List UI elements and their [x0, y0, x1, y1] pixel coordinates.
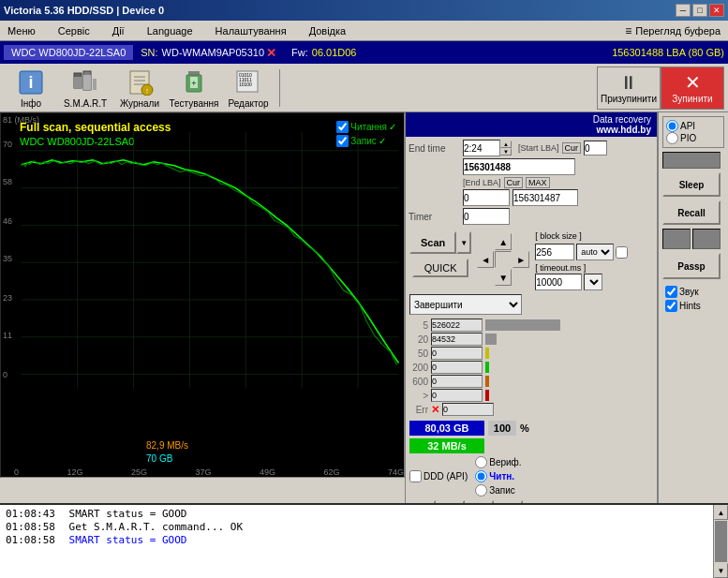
sound-checkbox[interactable] — [665, 286, 677, 298]
timeout-input[interactable] — [535, 274, 582, 290]
log-entry-1: 01:08:43 SMART status = GOOD — [6, 508, 707, 520]
editor-icon: 01010 11011 10100 — [233, 67, 263, 97]
block-size-auto-check[interactable] — [616, 246, 628, 259]
mode-indicator — [662, 152, 721, 169]
log-scrollbar: ▲ ▼ — [713, 505, 728, 578]
end-time-arrows[interactable]: ▲ ▼ — [500, 141, 512, 156]
scan-dropdown-button[interactable]: ▼ — [456, 231, 471, 254]
timeout-label: [ timeout.ms ] — [535, 263, 586, 273]
menu-item-buffer[interactable]: ≡ Перегляд буфера — [621, 23, 724, 38]
recall-button[interactable]: Recall — [662, 200, 721, 225]
stat-err-input[interactable] — [442, 403, 494, 416]
passp-button[interactable]: Passp — [662, 253, 721, 279]
pio-radio-label[interactable]: PIO — [666, 132, 721, 144]
write-radio-label[interactable]: Запис — [475, 484, 521, 496]
end-lba-input[interactable] — [463, 189, 510, 206]
cur-val-input[interactable] — [584, 141, 607, 156]
end-time-up[interactable]: ▲ — [500, 141, 512, 148]
svg-text:+: + — [191, 79, 196, 88]
minimize-button[interactable]: ─ — [676, 4, 691, 17]
end-time-spinbox[interactable]: ▲ ▼ — [463, 140, 512, 156]
testing-button[interactable]: + Тестування — [167, 67, 221, 110]
pio-radio[interactable] — [666, 132, 678, 144]
stat-row-5: 5 — [409, 319, 653, 332]
api-radio-label[interactable]: API — [666, 120, 721, 132]
stat-50-input[interactable] — [431, 347, 483, 360]
menu-bar: Меню Сервіс Дії Language Налаштування До… — [0, 21, 728, 41]
stat-gt-input[interactable] — [431, 389, 483, 402]
log-scroll-down[interactable]: ▼ — [714, 563, 728, 578]
menu-item-help[interactable]: Довідка — [305, 24, 350, 37]
arrow-left-button[interactable]: ◄ — [477, 251, 494, 268]
read-radio-label[interactable]: Читн. — [475, 470, 521, 482]
hints-checkbox[interactable] — [665, 300, 677, 312]
log-scroll-up[interactable]: ▲ — [714, 505, 728, 520]
ddd-checkbox-label[interactable]: DDD (API) — [409, 456, 468, 496]
hints-checkbox-label[interactable]: Hints — [665, 300, 721, 312]
end-lba-cur-tag: Cur — [504, 177, 524, 188]
stat-gt-bar — [485, 390, 489, 401]
log-scroll-thumb[interactable] — [715, 521, 727, 562]
verify-radio[interactable] — [475, 456, 487, 468]
maximize-button[interactable]: □ — [692, 4, 707, 17]
menu-item-language[interactable]: Language — [143, 24, 197, 37]
end-lba-max-tag: MAX — [526, 177, 550, 188]
stat-5-input[interactable] — [431, 319, 483, 332]
menu-item-menu[interactable]: Меню — [4, 24, 39, 37]
journals-button[interactable]: ↑ Журнали — [112, 67, 167, 110]
menu-item-settings[interactable]: Налаштування — [212, 24, 290, 37]
ddd-checkbox[interactable] — [409, 470, 422, 482]
menu-item-service[interactable]: Сервіс — [54, 24, 94, 37]
start-lba-input[interactable] — [463, 158, 575, 175]
svg-rect-6 — [93, 79, 97, 90]
drive-name[interactable]: WDC WD800JD-22LSA0 — [4, 45, 133, 60]
end-time-input[interactable] — [463, 140, 500, 156]
stop-icon: ✕ — [685, 71, 701, 94]
stat-600-input[interactable] — [431, 375, 483, 388]
stat-row-50: 50 — [409, 347, 653, 360]
arrow-right-button[interactable]: ► — [513, 251, 529, 268]
svg-text:10100: 10100 — [239, 82, 252, 87]
smart-button[interactable]: S.M.A.R.T — [58, 67, 112, 110]
stat-50-bar — [485, 348, 489, 359]
middle-section: 81 (MB/s) Full scan, sequential access W… — [0, 112, 728, 503]
block-size-select[interactable]: auto — [576, 244, 614, 260]
stop-button[interactable]: ✕ Зупинити — [661, 67, 724, 110]
end-lba-max-input[interactable] — [513, 189, 578, 206]
close-button[interactable]: ✕ — [709, 4, 724, 17]
arrow-down-button[interactable]: ▼ — [495, 269, 512, 286]
finish-select[interactable]: Завершити — [409, 294, 522, 315]
stat-20-input[interactable] — [431, 333, 483, 346]
menu-item-actions[interactable]: Дії — [109, 24, 128, 37]
bottom-checkboxes: Звук Hints — [662, 283, 724, 315]
editor-button[interactable]: 01010 11011 10100 Редактор — [221, 67, 275, 110]
sleep-button[interactable]: Sleep — [662, 172, 721, 197]
read-radio[interactable] — [475, 470, 487, 482]
control-panel: Data recovery www.hdd.by End time ▲ ▼ — [405, 112, 658, 503]
sound-checkbox-label[interactable]: Звук — [665, 286, 721, 298]
scan-button[interactable]: Scan — [409, 231, 456, 254]
api-radio[interactable] — [666, 120, 678, 132]
end-lba-row — [409, 189, 654, 206]
stat-200-input[interactable] — [431, 361, 483, 374]
cur-tag: Cur — [562, 142, 582, 154]
progress-row: 80,03 GB 100 % — [406, 419, 657, 437]
right-sidebar: API PIO Sleep Recall Passp — [658, 112, 728, 503]
pause-button[interactable]: ⏸ Призупинити — [597, 67, 661, 110]
write-radio[interactable] — [475, 484, 487, 496]
stat-row-20: 20 — [409, 333, 653, 346]
arrow-up-button[interactable]: ▲ — [495, 233, 512, 250]
timeout-select[interactable]: ▼ — [584, 274, 602, 290]
info-button[interactable]: i Інфо — [4, 67, 58, 110]
chart-gb: 70 GB — [146, 453, 172, 464]
verify-radio-label[interactable]: Вериф. — [475, 456, 521, 468]
drive-close-button[interactable]: ✕ — [266, 46, 276, 60]
stats-section: 5 20 50 200 — [406, 317, 657, 419]
timer-input[interactable] — [463, 208, 510, 225]
block-size-label: [ block size ] — [535, 231, 582, 241]
quick-button[interactable]: QUICK — [412, 259, 468, 277]
main-content: 81 (MB/s) Full scan, sequential access W… — [0, 112, 728, 578]
block-size-input[interactable] — [535, 244, 574, 260]
stat-200-bar — [485, 362, 489, 373]
end-time-down[interactable]: ▼ — [500, 148, 512, 156]
